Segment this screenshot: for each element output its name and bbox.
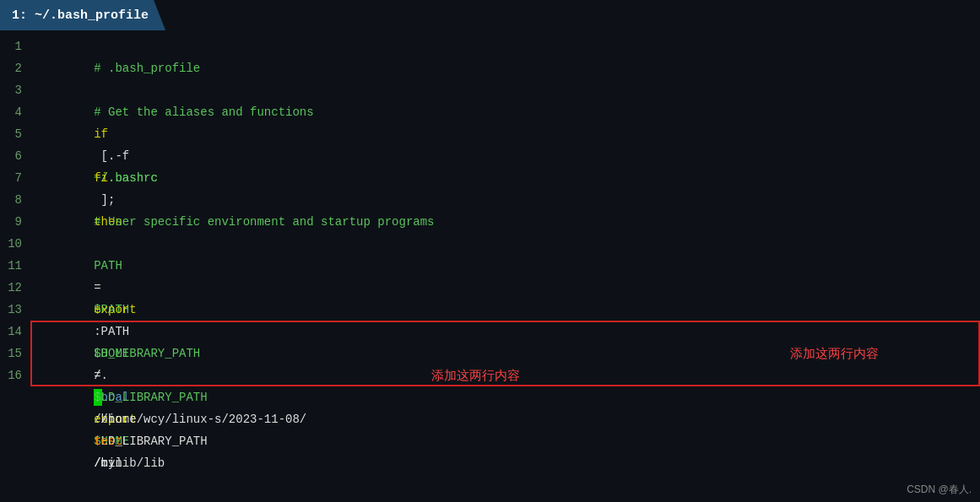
ln-8: 8	[0, 189, 30, 211]
line14-path: :/home/wcy/linux-s/2023-11-08/	[94, 413, 306, 426]
ln-12: 12	[0, 277, 30, 299]
ln-7: 7	[0, 167, 30, 189]
ln-16: 16	[0, 364, 30, 386]
ln-11: 11	[0, 255, 30, 277]
code-line-2	[37, 57, 980, 79]
ln-15: 15	[0, 343, 30, 364]
code-line-9	[37, 211, 980, 233]
code-line-14: LD_LIBRARY_PATH = $LD_LIBRARY_PATH :/hom…	[37, 321, 980, 343]
code-line-10: PATH = $PATH : $HOME /. local /bin: $HOM…	[37, 233, 980, 255]
code-line-4: if [ -f ~/.bashrc ]; then	[37, 101, 980, 123]
ln-3: 3	[0, 79, 30, 101]
ln-4: 4	[0, 101, 30, 123]
line14-test: test	[94, 435, 122, 448]
code-line-11	[37, 255, 980, 277]
watermark: CSDN @春人.	[907, 483, 972, 497]
code-line-12: export PATH	[37, 277, 980, 299]
ln-6: 6	[0, 145, 30, 167]
annotation-label: 添加这两行内容	[790, 346, 879, 362]
ln-2: 2	[0, 57, 30, 79]
ln-10: 10	[0, 233, 30, 255]
line15-annotation: 添加这两行内容	[431, 368, 520, 382]
tab-bar: 1: ~/.bash_profile	[0, 0, 980, 30]
editor-container: 1: ~/.bash_profile 1 2 3 4 5 6 7 8 9 10 …	[0, 0, 980, 502]
active-tab[interactable]: 1: ~/.bash_profile	[0, 0, 165, 30]
ln-9: 9	[0, 211, 30, 233]
code-line-7	[37, 167, 980, 189]
tab-label: 1: ~/.bash_profile	[12, 8, 149, 23]
code-line-5: . ~/.bashrc	[37, 123, 980, 145]
code-lines: # .bash_profile # Get the aliases and fu…	[30, 34, 980, 499]
line14-mylib: /mylib/lib	[94, 456, 165, 470]
ln-14: 14	[0, 321, 30, 343]
code-line-3: # Get the aliases and functions	[37, 79, 980, 101]
ln-13: 13	[0, 299, 30, 321]
code-line-1: # .bash_profile	[37, 35, 980, 57]
code-line-13	[37, 299, 980, 321]
code-line-8: # User specific environment and startup …	[37, 189, 980, 211]
line-numbers: 1 2 3 4 5 6 7 8 9 10 11 12 13 14 15 16	[0, 34, 30, 499]
code-area: 1 2 3 4 5 6 7 8 9 10 11 12 13 14 15 16 #…	[0, 30, 980, 502]
code-line-6: fi	[37, 145, 980, 167]
line14-varref: $LD_LIBRARY_PATH	[94, 391, 207, 404]
ln-5: 5	[0, 123, 30, 145]
ln-1: 1	[0, 35, 30, 57]
